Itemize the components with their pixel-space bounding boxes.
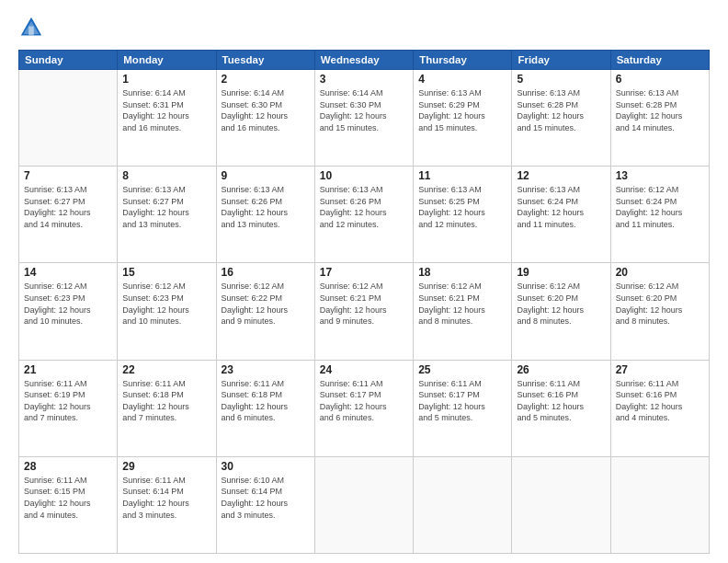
header-cell-monday: Monday [118, 51, 216, 70]
day-cell: 10Sunrise: 6:13 AMSunset: 6:26 PMDayligh… [314, 167, 413, 263]
day-cell: 4Sunrise: 6:13 AMSunset: 6:29 PMDaylight… [414, 70, 512, 167]
day-number: 14 [24, 266, 112, 279]
day-info: Sunrise: 6:11 AMSunset: 6:15 PMDaylight:… [24, 475, 112, 521]
week-row-2: 14Sunrise: 6:12 AMSunset: 6:23 PMDayligh… [19, 263, 710, 360]
header-cell-sunday: Sunday [19, 51, 118, 70]
day-info: Sunrise: 6:12 AMSunset: 6:23 PMDaylight:… [24, 281, 112, 327]
day-cell: 9Sunrise: 6:13 AMSunset: 6:26 PMDaylight… [216, 167, 314, 263]
day-cell: 29Sunrise: 6:11 AMSunset: 6:14 PMDayligh… [118, 456, 216, 553]
day-info: Sunrise: 6:11 AMSunset: 6:17 PMDaylight:… [320, 378, 408, 424]
day-cell: 15Sunrise: 6:12 AMSunset: 6:23 PMDayligh… [118, 263, 216, 360]
day-number: 24 [320, 363, 408, 376]
day-number: 10 [320, 169, 408, 182]
day-number: 7 [24, 169, 112, 182]
day-number: 12 [517, 169, 605, 182]
day-number: 28 [24, 460, 112, 473]
day-info: Sunrise: 6:13 AMSunset: 6:27 PMDaylight:… [24, 184, 112, 230]
day-number: 2 [222, 73, 310, 86]
day-cell [314, 456, 413, 553]
day-cell: 5Sunrise: 6:13 AMSunset: 6:28 PMDaylight… [512, 70, 610, 167]
day-cell: 17Sunrise: 6:12 AMSunset: 6:21 PMDayligh… [314, 263, 413, 360]
day-info: Sunrise: 6:11 AMSunset: 6:18 PMDaylight:… [222, 378, 310, 424]
day-cell: 30Sunrise: 6:10 AMSunset: 6:14 PMDayligh… [216, 456, 314, 553]
day-number: 27 [616, 363, 704, 376]
day-number: 6 [616, 73, 704, 86]
day-cell: 1Sunrise: 6:14 AMSunset: 6:31 PMDaylight… [118, 70, 216, 167]
day-cell [414, 456, 512, 553]
day-cell [610, 456, 709, 553]
day-info: Sunrise: 6:14 AMSunset: 6:31 PMDaylight:… [122, 87, 210, 133]
day-info: Sunrise: 6:14 AMSunset: 6:30 PMDaylight:… [320, 87, 408, 133]
day-info: Sunrise: 6:13 AMSunset: 6:25 PMDaylight:… [418, 184, 506, 230]
day-number: 21 [24, 363, 112, 376]
day-info: Sunrise: 6:13 AMSunset: 6:29 PMDaylight:… [418, 87, 506, 133]
day-cell [512, 456, 610, 553]
day-cell: 8Sunrise: 6:13 AMSunset: 6:27 PMDaylight… [118, 167, 216, 263]
day-cell: 13Sunrise: 6:12 AMSunset: 6:24 PMDayligh… [610, 167, 709, 263]
day-number: 9 [222, 169, 310, 182]
day-cell: 20Sunrise: 6:12 AMSunset: 6:20 PMDayligh… [610, 263, 709, 360]
logo [18, 15, 48, 40]
day-cell: 7Sunrise: 6:13 AMSunset: 6:27 PMDaylight… [19, 167, 118, 263]
day-number: 5 [517, 73, 605, 86]
day-info: Sunrise: 6:13 AMSunset: 6:28 PMDaylight:… [517, 87, 605, 133]
day-info: Sunrise: 6:11 AMSunset: 6:16 PMDaylight:… [517, 378, 605, 424]
header [18, 15, 710, 40]
day-cell: 22Sunrise: 6:11 AMSunset: 6:18 PMDayligh… [118, 360, 216, 456]
week-row-1: 7Sunrise: 6:13 AMSunset: 6:27 PMDaylight… [19, 167, 710, 263]
day-number: 4 [418, 73, 506, 86]
day-cell: 27Sunrise: 6:11 AMSunset: 6:16 PMDayligh… [610, 360, 709, 456]
day-cell: 16Sunrise: 6:12 AMSunset: 6:22 PMDayligh… [216, 263, 314, 360]
day-cell: 2Sunrise: 6:14 AMSunset: 6:30 PMDaylight… [216, 70, 314, 167]
day-number: 15 [122, 266, 210, 279]
calendar-table: SundayMondayTuesdayWednesdayThursdayFrid… [18, 50, 710, 554]
day-cell: 14Sunrise: 6:12 AMSunset: 6:23 PMDayligh… [19, 263, 118, 360]
day-number: 19 [517, 266, 605, 279]
day-cell: 12Sunrise: 6:13 AMSunset: 6:24 PMDayligh… [512, 167, 610, 263]
calendar-header: SundayMondayTuesdayWednesdayThursdayFrid… [19, 51, 710, 70]
day-number: 13 [616, 169, 704, 182]
day-info: Sunrise: 6:11 AMSunset: 6:19 PMDaylight:… [24, 378, 112, 424]
day-info: Sunrise: 6:12 AMSunset: 6:21 PMDaylight:… [320, 281, 408, 327]
header-row: SundayMondayTuesdayWednesdayThursdayFrid… [19, 51, 710, 70]
day-number: 3 [320, 73, 408, 86]
day-cell: 21Sunrise: 6:11 AMSunset: 6:19 PMDayligh… [19, 360, 118, 456]
day-number: 16 [222, 266, 310, 279]
day-number: 1 [122, 73, 210, 86]
day-number: 17 [320, 266, 408, 279]
svg-rect-2 [28, 27, 34, 36]
week-row-3: 21Sunrise: 6:11 AMSunset: 6:19 PMDayligh… [19, 360, 710, 456]
day-info: Sunrise: 6:13 AMSunset: 6:26 PMDaylight:… [222, 184, 310, 230]
day-info: Sunrise: 6:12 AMSunset: 6:23 PMDaylight:… [122, 281, 210, 327]
day-cell: 19Sunrise: 6:12 AMSunset: 6:20 PMDayligh… [512, 263, 610, 360]
header-cell-thursday: Thursday [414, 51, 512, 70]
week-row-0: 1Sunrise: 6:14 AMSunset: 6:31 PMDaylight… [19, 70, 710, 167]
header-cell-friday: Friday [512, 51, 610, 70]
day-info: Sunrise: 6:12 AMSunset: 6:21 PMDaylight:… [418, 281, 506, 327]
day-cell: 28Sunrise: 6:11 AMSunset: 6:15 PMDayligh… [19, 456, 118, 553]
day-info: Sunrise: 6:13 AMSunset: 6:28 PMDaylight:… [616, 87, 704, 133]
day-info: Sunrise: 6:13 AMSunset: 6:27 PMDaylight:… [122, 184, 210, 230]
logo-icon [18, 15, 44, 40]
day-number: 18 [418, 266, 506, 279]
day-cell: 23Sunrise: 6:11 AMSunset: 6:18 PMDayligh… [216, 360, 314, 456]
day-info: Sunrise: 6:13 AMSunset: 6:26 PMDaylight:… [320, 184, 408, 230]
page: SundayMondayTuesdayWednesdayThursdayFrid… [0, 0, 728, 563]
day-cell: 6Sunrise: 6:13 AMSunset: 6:28 PMDaylight… [610, 70, 709, 167]
day-cell: 3Sunrise: 6:14 AMSunset: 6:30 PMDaylight… [314, 70, 413, 167]
week-row-4: 28Sunrise: 6:11 AMSunset: 6:15 PMDayligh… [19, 456, 710, 553]
day-number: 30 [222, 460, 310, 473]
day-info: Sunrise: 6:12 AMSunset: 6:20 PMDaylight:… [616, 281, 704, 327]
day-info: Sunrise: 6:11 AMSunset: 6:18 PMDaylight:… [122, 378, 210, 424]
day-cell: 18Sunrise: 6:12 AMSunset: 6:21 PMDayligh… [414, 263, 512, 360]
day-number: 23 [222, 363, 310, 376]
day-number: 20 [616, 266, 704, 279]
day-cell [19, 70, 118, 167]
header-cell-tuesday: Tuesday [216, 51, 314, 70]
day-info: Sunrise: 6:10 AMSunset: 6:14 PMDaylight:… [222, 475, 310, 521]
day-cell: 24Sunrise: 6:11 AMSunset: 6:17 PMDayligh… [314, 360, 413, 456]
day-info: Sunrise: 6:14 AMSunset: 6:30 PMDaylight:… [222, 87, 310, 133]
day-number: 29 [122, 460, 210, 473]
calendar-body: 1Sunrise: 6:14 AMSunset: 6:31 PMDaylight… [19, 70, 710, 554]
day-info: Sunrise: 6:13 AMSunset: 6:24 PMDaylight:… [517, 184, 605, 230]
